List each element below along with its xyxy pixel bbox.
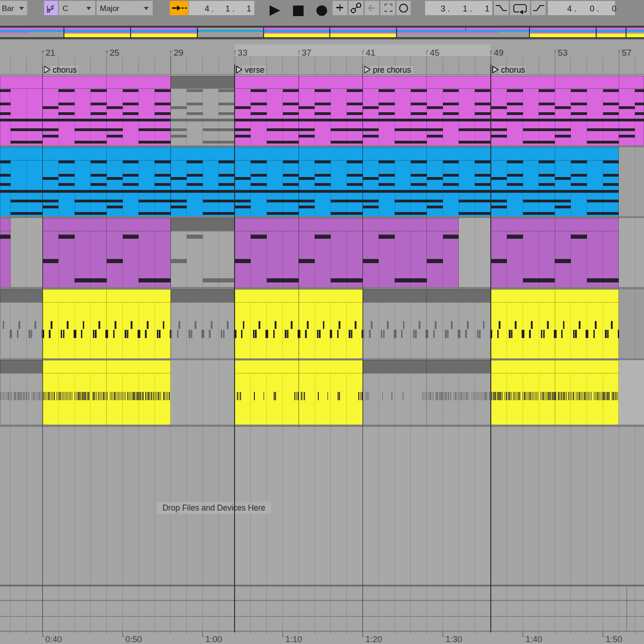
svg-text:21: 21 <box>46 48 55 58</box>
svg-text:29: 29 <box>173 48 183 58</box>
svg-text:33: 33 <box>238 48 247 58</box>
svg-text:0:50: 0:50 <box>126 634 142 644</box>
svg-text:Major: Major <box>100 4 120 13</box>
svg-text:1:50: 1:50 <box>606 634 622 644</box>
svg-text:25: 25 <box>109 48 119 58</box>
svg-text:1: 1 <box>485 4 489 13</box>
svg-text:chorus: chorus <box>53 65 77 75</box>
svg-text:1:00: 1:00 <box>206 634 222 644</box>
svg-text:49: 49 <box>494 48 503 58</box>
svg-text:57: 57 <box>622 48 632 58</box>
svg-text:Drop Files and Devices Here: Drop Files and Devices Here <box>162 503 265 512</box>
svg-text:1:10: 1:10 <box>286 634 302 644</box>
svg-text:41: 41 <box>366 48 375 58</box>
svg-text:1 .: 1 . <box>463 4 472 13</box>
svg-text:0 .: 0 . <box>590 4 599 13</box>
svg-text:53: 53 <box>558 48 568 58</box>
svg-text:1 .: 1 . <box>225 4 235 13</box>
svg-text:4 .: 4 . <box>567 4 576 13</box>
svg-text:♯: ♯ <box>51 3 54 11</box>
svg-text:45: 45 <box>430 48 439 58</box>
svg-text:0: 0 <box>612 4 616 13</box>
svg-text:C: C <box>63 4 68 13</box>
svg-text:1:20: 1:20 <box>366 634 382 644</box>
svg-text:pre chorus: pre chorus <box>373 65 411 75</box>
svg-text:1:30: 1:30 <box>446 634 462 644</box>
svg-text:4 .: 4 . <box>205 4 214 13</box>
svg-text:verse: verse <box>245 65 264 75</box>
svg-text:chorus: chorus <box>501 65 525 75</box>
svg-text:37: 37 <box>302 48 311 58</box>
svg-text:Bar: Bar <box>2 4 14 13</box>
svg-text:0:40: 0:40 <box>46 634 62 644</box>
svg-text:3 .: 3 . <box>441 4 450 13</box>
svg-text:1: 1 <box>247 4 251 13</box>
svg-text:1:40: 1:40 <box>526 634 542 644</box>
